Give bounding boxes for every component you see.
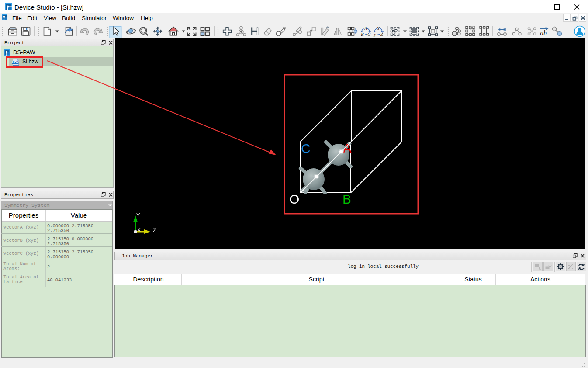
svg-text:VectorC (xyz): VectorC (xyz) xyxy=(3,251,39,256)
svg-text:C: C xyxy=(301,141,311,156)
svg-text:A: A xyxy=(364,26,367,31)
svg-text:2.715350: 2.715350 xyxy=(47,241,69,246)
svg-text:Y: Y xyxy=(136,212,140,219)
svg-text:X: X xyxy=(377,26,380,31)
svg-text:VectorA (xyz): VectorA (xyz) xyxy=(3,225,39,230)
svg-text:Atoms:: Atoms: xyxy=(3,266,20,271)
svg-text:Lattice:: Lattice: xyxy=(3,279,25,285)
svg-text:HZW: HZW xyxy=(12,61,19,64)
svg-text:2: 2 xyxy=(47,264,50,270)
svg-text:VectorB (xyz): VectorB (xyz) xyxy=(3,238,39,243)
svg-text:40.041233: 40.041233 xyxy=(47,278,72,283)
svg-text:B: B xyxy=(342,192,351,206)
svg-text:Z: Z xyxy=(153,227,156,234)
svg-text:ab: ab xyxy=(540,29,547,37)
svg-text:0.000000: 0.000000 xyxy=(47,254,69,260)
svg-text:2.715350: 2.715350 xyxy=(47,228,69,233)
svg-text:B: B xyxy=(361,31,364,37)
svg-text:O: O xyxy=(289,192,299,206)
svg-text:X: X xyxy=(137,227,141,234)
